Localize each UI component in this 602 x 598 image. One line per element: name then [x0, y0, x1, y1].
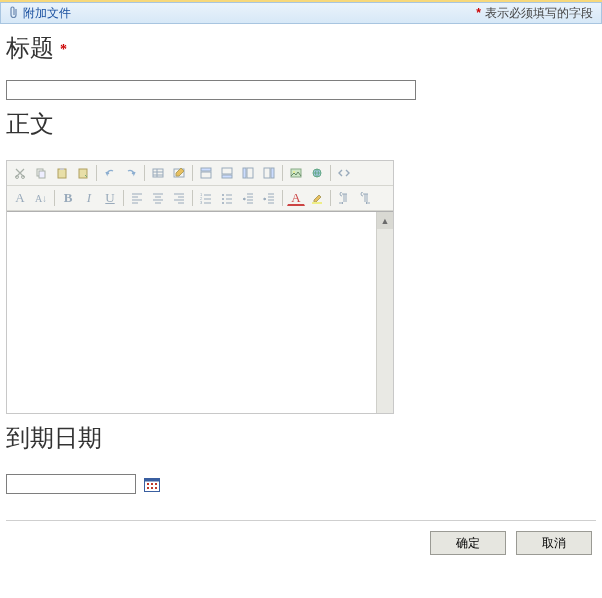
- cut-icon[interactable]: [11, 164, 29, 182]
- svg-rect-6: [79, 169, 87, 178]
- toolbar-separator: [330, 190, 331, 206]
- header-bar: 附加文件 * 表示必须填写的字段: [0, 2, 602, 24]
- paste-icon[interactable]: [53, 164, 71, 182]
- button-row: 确定 取消: [0, 521, 602, 567]
- italic-icon[interactable]: I: [80, 189, 98, 207]
- svg-rect-28: [145, 478, 160, 481]
- underline-icon[interactable]: U: [101, 189, 119, 207]
- bold-icon[interactable]: B: [59, 189, 77, 207]
- svg-rect-4: [58, 169, 66, 178]
- rtl-icon[interactable]: [356, 189, 374, 207]
- svg-rect-3: [39, 171, 45, 178]
- outdent-icon[interactable]: [239, 189, 257, 207]
- editor-content-area: ▲: [7, 211, 393, 413]
- insert-table-icon[interactable]: [149, 164, 167, 182]
- date-field-row: [6, 474, 596, 494]
- toolbar-separator: [282, 165, 283, 181]
- toolbar-separator: [144, 165, 145, 181]
- insert-row-below-icon[interactable]: [218, 164, 236, 182]
- ok-button[interactable]: 确定: [430, 531, 506, 555]
- svg-rect-12: [222, 175, 232, 178]
- svg-rect-5: [60, 168, 64, 170]
- toolbar-separator: [282, 190, 283, 206]
- align-center-icon[interactable]: [149, 189, 167, 207]
- paste-special-icon[interactable]: [74, 164, 92, 182]
- svg-rect-26: [312, 202, 322, 204]
- edit-table-icon[interactable]: [170, 164, 188, 182]
- toolbar-separator: [192, 190, 193, 206]
- svg-rect-11: [222, 168, 232, 174]
- image-icon[interactable]: [287, 164, 305, 182]
- svg-point-1: [22, 176, 25, 179]
- svg-rect-9: [201, 172, 211, 178]
- attach-file-label: 附加文件: [23, 5, 71, 22]
- paperclip-icon: [9, 6, 19, 20]
- date-field-label: 到期日期: [0, 414, 602, 456]
- copy-icon[interactable]: [32, 164, 50, 182]
- font-family-icon[interactable]: A↓: [32, 189, 50, 207]
- svg-rect-17: [291, 169, 301, 177]
- undo-icon[interactable]: [101, 164, 119, 182]
- indent-icon[interactable]: [260, 189, 278, 207]
- insert-col-left-icon[interactable]: [239, 164, 257, 182]
- toolbar-separator: [54, 190, 55, 206]
- body-field-label: 正文: [0, 100, 602, 142]
- title-input[interactable]: [6, 80, 416, 100]
- toolbar-separator: [96, 165, 97, 181]
- link-icon[interactable]: [308, 164, 326, 182]
- bg-color-icon[interactable]: [308, 189, 326, 207]
- unordered-list-icon[interactable]: [218, 189, 236, 207]
- asterisk-icon: *: [476, 6, 481, 20]
- svg-rect-10: [201, 168, 211, 171]
- title-field-label: 标题 *: [0, 24, 602, 66]
- insert-col-right-icon[interactable]: [260, 164, 278, 182]
- align-right-icon[interactable]: [170, 189, 188, 207]
- editor-toolbar-row-2: A A↓ B I U 123 A: [7, 186, 393, 211]
- attach-file-link[interactable]: 附加文件: [9, 5, 71, 22]
- svg-point-24: [222, 198, 224, 200]
- editor-toolbar-row-1: [7, 161, 393, 186]
- redo-icon[interactable]: [122, 164, 140, 182]
- svg-point-0: [16, 176, 19, 179]
- insert-row-above-icon[interactable]: [197, 164, 215, 182]
- toolbar-separator: [123, 190, 124, 206]
- toolbar-separator: [330, 165, 331, 181]
- svg-rect-16: [271, 168, 274, 178]
- svg-rect-7: [153, 169, 163, 177]
- ltr-icon[interactable]: [335, 189, 353, 207]
- required-fields-note: * 表示必须填写的字段: [476, 5, 593, 22]
- svg-rect-15: [264, 168, 270, 178]
- rich-text-editor: A A↓ B I U 123 A ▲: [6, 160, 394, 414]
- svg-point-23: [222, 194, 224, 196]
- font-color-icon[interactable]: A: [287, 190, 305, 206]
- svg-text:3: 3: [200, 200, 203, 204]
- svg-point-25: [222, 202, 224, 204]
- asterisk-icon: *: [60, 42, 67, 57]
- ordered-list-icon[interactable]: 123: [197, 189, 215, 207]
- cancel-button[interactable]: 取消: [516, 531, 592, 555]
- date-input[interactable]: [6, 474, 136, 494]
- body-textarea[interactable]: [7, 212, 376, 413]
- svg-rect-14: [243, 168, 246, 178]
- scroll-up-icon[interactable]: ▲: [377, 212, 393, 229]
- calendar-icon[interactable]: [144, 477, 160, 492]
- required-note-text: 表示必须填写的字段: [485, 5, 593, 22]
- toolbar-separator: [192, 165, 193, 181]
- svg-rect-13: [247, 168, 253, 178]
- scrollbar[interactable]: ▲: [376, 212, 393, 413]
- align-left-icon[interactable]: [128, 189, 146, 207]
- html-mode-icon[interactable]: [335, 164, 353, 182]
- font-size-icon[interactable]: A: [11, 189, 29, 207]
